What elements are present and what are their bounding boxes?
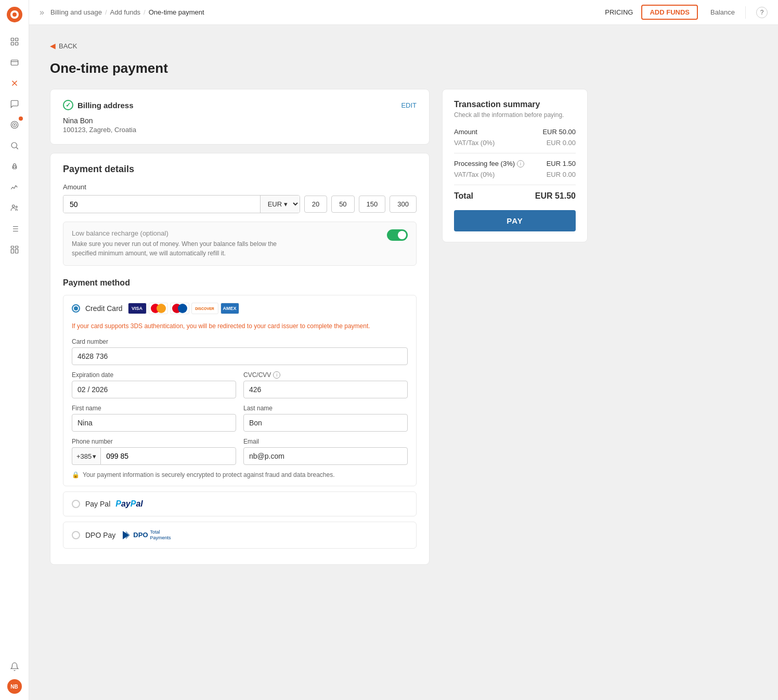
card-form: If your card supports 3DS authentication… xyxy=(72,321,408,478)
add-funds-button[interactable]: ADD FUNDS xyxy=(641,5,698,20)
billing-address-text: 100123, Zagreb, Croatia xyxy=(63,126,417,134)
preset-50[interactable]: 50 xyxy=(331,196,354,213)
sidebar-item-people[interactable] xyxy=(5,199,24,217)
summary-vat2-label: VAT/Tax (0%) xyxy=(454,171,495,178)
sidebar-item-x[interactable] xyxy=(5,74,24,93)
summary-amount-label: Amount xyxy=(454,128,477,136)
amount-input-wrap: EUR ▾ USD ▾ xyxy=(63,195,300,213)
summary-amount-value: EUR 50.00 xyxy=(542,128,576,136)
lock-icon: 🔒 xyxy=(72,471,80,478)
email-input[interactable] xyxy=(243,447,408,465)
dpo-header: DPO Pay DPO TotalPayments xyxy=(72,529,408,541)
paypal-radio[interactable] xyxy=(72,500,80,508)
paypal-label: Pay Pal xyxy=(85,500,110,508)
first-name-input[interactable] xyxy=(72,414,236,432)
amount-input[interactable] xyxy=(63,196,260,213)
expiry-input[interactable] xyxy=(72,381,236,398)
dpo-radio[interactable] xyxy=(72,531,80,539)
summary-vat2-row: VAT/Tax (0%) EUR 0.00 xyxy=(454,171,576,178)
sidebar-item-list[interactable] xyxy=(5,219,24,238)
svg-rect-18 xyxy=(15,246,18,248)
billing-address-header: ✓ Billing address EDIT xyxy=(63,100,417,110)
check-icon: ✓ xyxy=(63,100,73,110)
pay-button[interactable]: PAY xyxy=(454,210,576,231)
breadcrumb-billing[interactable]: Billing and usage xyxy=(50,8,102,16)
page-title: One-time payment xyxy=(50,60,757,76)
preset-300[interactable]: 300 xyxy=(390,196,417,213)
svg-point-15 xyxy=(12,205,15,208)
preset-20[interactable]: 20 xyxy=(304,196,327,213)
sidebar-item-billing[interactable] xyxy=(5,53,24,72)
credit-card-header: Credit Card VISA xyxy=(72,303,408,314)
sidebar-item-search[interactable] xyxy=(5,136,24,155)
sidebar: NB xyxy=(0,0,29,700)
summary-vat1-row: VAT/Tax (0%) EUR 0.00 xyxy=(454,139,576,147)
preset-150[interactable]: 150 xyxy=(359,196,386,213)
phone-input[interactable] xyxy=(100,447,236,465)
email-label: Email xyxy=(243,438,408,445)
expiry-field: Expiration date xyxy=(72,371,236,398)
fee-info-icon[interactable]: i xyxy=(517,160,524,167)
cvc-input[interactable] xyxy=(243,381,408,398)
svg-marker-22 xyxy=(126,531,130,539)
recharge-toggle[interactable] xyxy=(387,229,408,241)
amount-row: EUR ▾ USD ▾ 20 50 150 300 xyxy=(63,195,417,213)
name-row: First name Last name xyxy=(72,405,408,432)
notification-icon[interactable] xyxy=(5,657,24,676)
svg-rect-3 xyxy=(11,38,14,41)
payment-details-title: Payment details xyxy=(63,164,417,175)
sidebar-item-grid[interactable] xyxy=(5,240,24,259)
dpo-logo-icon xyxy=(121,530,131,540)
breadcrumb: Billing and usage / Add funds / One-time… xyxy=(50,8,605,16)
card-logos: VISA xyxy=(128,303,239,314)
summary-vat1-value: EUR 0.00 xyxy=(547,139,576,147)
dpo-label: DPO Pay xyxy=(85,531,115,539)
security-note-text: Your payment information is securely enc… xyxy=(83,471,335,478)
breadcrumb-add-funds[interactable]: Add funds xyxy=(110,8,141,16)
last-name-input[interactable] xyxy=(243,414,408,432)
card-number-label: Card number xyxy=(72,338,408,345)
dpo-logo: DPO TotalPayments xyxy=(121,529,171,541)
edit-link[interactable]: EDIT xyxy=(401,101,417,109)
summary-divider-2 xyxy=(454,185,576,185)
credit-card-radio[interactable] xyxy=(72,304,80,313)
back-link[interactable]: ◀ BACK xyxy=(50,42,757,50)
sidebar-item-target[interactable] xyxy=(5,115,24,134)
svg-rect-19 xyxy=(11,249,14,253)
svg-rect-6 xyxy=(15,43,18,45)
currency-select[interactable]: EUR ▾ USD ▾ xyxy=(260,196,300,213)
pricing-button[interactable]: PRICING xyxy=(605,8,633,16)
last-name-field: Last name xyxy=(243,405,408,432)
summary-divider-1 xyxy=(454,153,576,153)
recharge-title: Low balance recharge (optional) xyxy=(72,229,290,237)
dpo-option: DPO Pay DPO TotalPayments xyxy=(63,522,417,549)
summary-vat2-value: EUR 0.00 xyxy=(547,171,576,178)
email-field: Email xyxy=(243,438,408,465)
card-number-input[interactable] xyxy=(72,347,408,365)
maestro-blue xyxy=(178,304,187,313)
breadcrumb-sep-1: / xyxy=(105,8,107,16)
phone-prefix[interactable]: +385 ▾ xyxy=(72,447,100,465)
summary-subtitle: Check all the information before paying. xyxy=(454,111,576,119)
svg-point-2 xyxy=(12,12,17,17)
help-icon[interactable]: ? xyxy=(756,7,768,18)
payment-details-card: Payment details Amount EUR ▾ USD ▾ 20 50… xyxy=(50,153,430,565)
phone-row: +385 ▾ xyxy=(72,447,236,465)
cvc-info-icon[interactable]: i xyxy=(273,371,280,379)
sidebar-item-analytics[interactable] xyxy=(5,178,24,197)
mastercard-logo xyxy=(149,303,168,314)
user-avatar[interactable]: NB xyxy=(7,679,22,694)
content-layout: ✓ Billing address EDIT Nina Bon 100123, … xyxy=(50,89,757,573)
first-name-field: First name xyxy=(72,405,236,432)
mc-orange-circle xyxy=(157,304,166,313)
sidebar-item-robot[interactable] xyxy=(5,157,24,176)
sidebar-item-chat[interactable] xyxy=(5,95,24,113)
app-logo[interactable] xyxy=(6,6,23,23)
cvc-field: CVC/CVV i xyxy=(243,371,408,398)
amount-label: Amount xyxy=(63,183,417,191)
expand-icon[interactable]: » xyxy=(40,8,44,17)
sidebar-item-dashboard[interactable] xyxy=(5,32,24,51)
credit-card-label: Credit Card xyxy=(85,304,123,313)
content-right: Transaction summary Check all the inform… xyxy=(442,89,588,242)
billing-address-header-left: ✓ Billing address xyxy=(63,100,134,110)
